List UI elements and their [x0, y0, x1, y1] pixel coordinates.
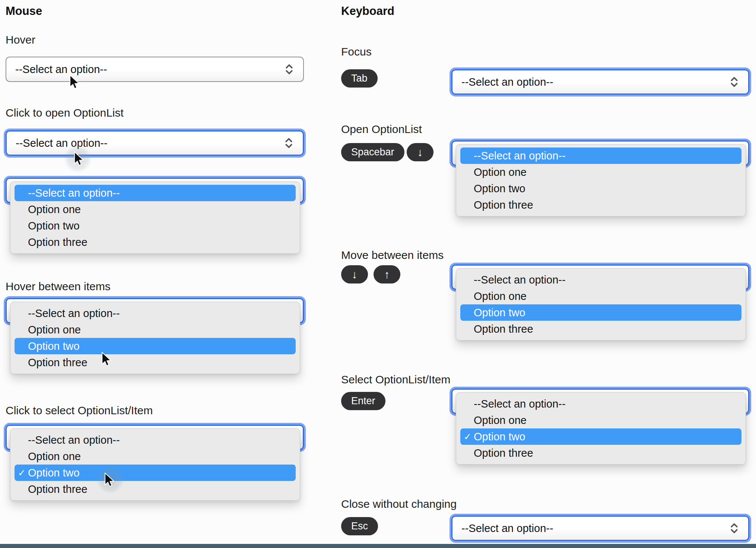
- option-row-placeholder[interactable]: --Select an option--: [15, 305, 296, 321]
- mouse-cursor-icon: [69, 75, 80, 89]
- option-row-three[interactable]: Option three: [15, 234, 296, 250]
- option-label: --Select an option--: [474, 274, 566, 286]
- keyboard-section-title: Keyboard: [341, 4, 394, 18]
- option-row-two[interactable]: Option two: [460, 304, 741, 321]
- focus-label: Focus: [341, 45, 372, 58]
- optionlist-move: --Select an option-- Option one Option t…: [451, 265, 749, 345]
- click-select-label: Click to select OptionList/Item: [6, 404, 153, 417]
- option-row-three[interactable]: Option three: [460, 321, 741, 337]
- option-row-three[interactable]: Option three: [15, 354, 296, 371]
- chevron-updown-icon: [284, 63, 294, 76]
- optionlist-panel: --Select an option-- Option one Option t…: [456, 144, 746, 216]
- key-badge-spacebar: Spacebar: [341, 143, 404, 161]
- mouse-cursor-icon: [101, 352, 112, 367]
- option-row-one[interactable]: Option one: [15, 201, 296, 218]
- select-close[interactable]: --Select an option--: [451, 516, 749, 541]
- mouse-section-title: Mouse: [6, 4, 42, 18]
- open-optionlist-label: Open OptionList: [341, 123, 422, 136]
- page: Mouse Hover --Select an option-- Click t…: [0, 0, 756, 548]
- select-focus-value: --Select an option--: [461, 76, 553, 88]
- option-label: Option two: [474, 307, 525, 319]
- mouse-cursor-icon: [74, 151, 84, 166]
- option-row-placeholder[interactable]: --Select an option--: [15, 432, 296, 448]
- select-item-label: Select OptionList/Item: [341, 373, 450, 386]
- option-label: Option three: [28, 483, 88, 495]
- checkmark-icon: ✓: [464, 431, 471, 442]
- option-row-one[interactable]: Option one: [15, 321, 296, 338]
- option-label: Option two: [474, 431, 525, 443]
- option-label: Option one: [474, 414, 527, 427]
- option-label: Option three: [28, 357, 88, 369]
- bottom-section-border: [0, 544, 756, 548]
- option-label: Option three: [474, 323, 533, 335]
- key-badge-arrow-down: ↓: [341, 265, 368, 283]
- optionlist-panel: --Select an option-- Option one ✓ Option…: [10, 428, 300, 501]
- select-close-value: --Select an option--: [461, 522, 553, 535]
- move-between-items-label: Move between items: [341, 249, 444, 262]
- option-label: Option two: [28, 220, 80, 232]
- option-label: --Select an option--: [474, 150, 566, 162]
- chevron-updown-icon: [729, 76, 739, 88]
- option-label: Option three: [28, 236, 88, 248]
- option-row-one[interactable]: Option one: [460, 412, 741, 428]
- click-open-label: Click to open OptionList: [6, 107, 124, 119]
- optionlist-open: --Select an option-- Option one Option t…: [451, 140, 749, 221]
- close-without-changing-label: Close without changing: [341, 498, 457, 510]
- hover-label: Hover: [6, 34, 35, 46]
- option-row-placeholder[interactable]: --Select an option--: [460, 148, 741, 164]
- option-label: Option one: [28, 450, 81, 463]
- optionlist-panel: --Select an option-- Option one Option t…: [10, 302, 300, 374]
- option-label: Option one: [474, 290, 527, 302]
- option-label: --Select an option--: [28, 307, 120, 320]
- optionlist-click-select: --Select an option-- Option one ✓ Option…: [6, 425, 304, 505]
- key-badge-tab: Tab: [341, 69, 378, 88]
- option-row-two-selected[interactable]: ✓ Option two: [15, 465, 296, 481]
- option-row-placeholder[interactable]: --Select an option--: [15, 185, 296, 201]
- optionlist-panel: --Select an option-- Option one ✓ Option…: [456, 392, 746, 465]
- option-row-three[interactable]: Option three: [460, 197, 741, 213]
- option-label: Option three: [474, 447, 533, 459]
- option-label: Option two: [28, 467, 80, 479]
- option-label: Option three: [474, 199, 533, 211]
- option-row-two[interactable]: Option two: [15, 338, 296, 354]
- hover-items-label: Hover between items: [6, 280, 111, 293]
- mouse-cursor-icon: [104, 472, 115, 487]
- chevron-updown-icon: [729, 522, 739, 535]
- option-row-placeholder[interactable]: --Select an option--: [460, 396, 741, 412]
- option-label: Option one: [474, 166, 527, 178]
- option-label: --Select an option--: [28, 434, 120, 446]
- option-row-placeholder[interactable]: --Select an option--: [460, 272, 741, 288]
- option-row-one[interactable]: Option one: [460, 164, 741, 180]
- option-label: --Select an option--: [474, 398, 566, 410]
- select-hover-value: --Select an option--: [15, 63, 107, 76]
- key-badge-arrow-down: ↓: [407, 143, 433, 161]
- option-label: Option one: [28, 324, 81, 336]
- option-row-one[interactable]: Option one: [460, 288, 741, 304]
- optionlist-click-open: --Select an option-- Option one Option t…: [6, 178, 304, 258]
- select-click-open-value: --Select an option--: [16, 137, 108, 149]
- optionlist-panel: --Select an option-- Option one Option t…: [456, 268, 746, 340]
- checkmark-icon: ✓: [18, 468, 26, 478]
- key-badge-arrow-up: ↑: [374, 265, 400, 283]
- option-row-one[interactable]: Option one: [15, 448, 296, 465]
- option-label: --Select an option--: [28, 187, 120, 199]
- option-row-two[interactable]: Option two: [15, 218, 296, 234]
- select-click-open[interactable]: --Select an option--: [6, 130, 304, 156]
- optionlist-panel: --Select an option-- Option one Option t…: [10, 181, 300, 254]
- optionlist-hover-items: --Select an option-- Option one Option t…: [6, 298, 304, 378]
- select-focus[interactable]: --Select an option--: [451, 69, 749, 95]
- option-label: Option one: [28, 203, 81, 216]
- option-label: Option two: [28, 340, 80, 352]
- option-label: Option two: [474, 183, 525, 195]
- option-row-three[interactable]: Option three: [460, 445, 741, 461]
- option-row-three[interactable]: Option three: [15, 481, 296, 497]
- option-row-two[interactable]: Option two: [460, 180, 741, 197]
- select-hover[interactable]: --Select an option--: [6, 57, 304, 82]
- key-badge-enter: Enter: [341, 392, 385, 410]
- optionlist-select-item: --Select an option-- Option one ✓ Option…: [451, 389, 749, 469]
- key-badge-esc: Esc: [341, 517, 378, 535]
- option-row-two-selected[interactable]: ✓ Option two: [460, 428, 741, 445]
- chevron-updown-icon: [284, 137, 294, 149]
